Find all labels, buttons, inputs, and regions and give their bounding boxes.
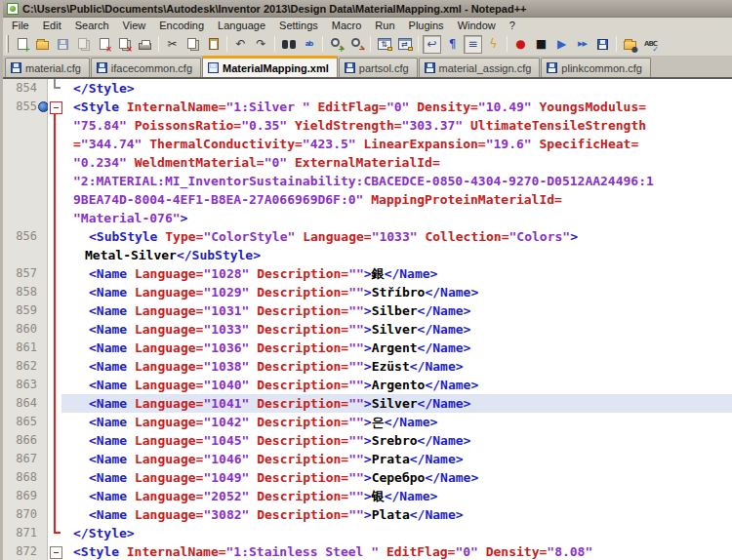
code-line-text[interactable]: <Name Language="1033" Description="">Sil… <box>61 320 732 339</box>
line-number-margin[interactable] <box>3 209 48 227</box>
code-line-text[interactable]: <Name Language="1040" Description="">Arg… <box>61 376 732 394</box>
record-macro-button[interactable]: ● <box>511 35 530 54</box>
line-number-margin[interactable]: 861 <box>3 339 48 357</box>
user-defined-dialog-button[interactable]: ϟ <box>484 35 503 54</box>
tab-partsol.cfg[interactable]: partsol.cfg <box>339 58 418 77</box>
code-line[interactable]: 855<Style InternalName="1:Silver " EditF… <box>3 98 732 116</box>
menu-item-encoding[interactable]: Encoding <box>152 19 211 32</box>
fold-collapse-box[interactable] <box>48 98 61 116</box>
sync-scroll-horizontal-button[interactable]: ⇄ <box>395 35 414 54</box>
tab-MaterialMapping.xml[interactable]: MaterialMapping.xml <box>202 56 338 77</box>
line-number-margin[interactable]: 871 <box>3 524 48 542</box>
code-line[interactable]: 861<Name Language="1036" Description="">… <box>3 339 732 357</box>
line-number-margin[interactable] <box>3 135 48 153</box>
code-line-text[interactable]: "75.84" PoissonsRatio="0.35" YieldStreng… <box>61 116 732 135</box>
line-number-margin[interactable]: 855 <box>3 98 48 116</box>
code-line[interactable]: 860<Name Language="1033" Description="">… <box>3 320 732 339</box>
indent-guide-button[interactable]: ≡ <box>464 35 482 54</box>
menu-item-file[interactable]: File <box>5 19 36 32</box>
fold-collapse-box[interactable] <box>48 542 61 560</box>
line-number-margin[interactable] <box>3 172 48 190</box>
tab-plinkcommon.cfg[interactable]: plinkcommon.cfg <box>541 58 651 77</box>
cut-button[interactable]: ✂ <box>163 35 182 54</box>
code-line[interactable]: 856<SubStyle Type="ColorStyle" Language=… <box>3 227 732 246</box>
menu-item-plugins[interactable]: Plugins <box>402 19 451 32</box>
zoom-out-button[interactable]: − <box>347 35 366 54</box>
code-line[interactable]: 868<Name Language="1049" Description="">… <box>3 468 732 487</box>
close-all-button[interactable]: × <box>115 35 134 54</box>
code-line-text[interactable]: <Name Language="1031" Description="">Sil… <box>61 301 732 320</box>
line-number-margin[interactable]: 869 <box>3 487 48 505</box>
menu-item-language[interactable]: Language <box>211 19 272 32</box>
title-bar[interactable]: C:\Users\Public\Documents\Autodesk\Inven… <box>3 0 732 18</box>
menu-item-search[interactable]: Search <box>68 19 116 32</box>
line-number-margin[interactable]: 872 <box>3 542 48 560</box>
line-number-margin[interactable] <box>3 116 48 135</box>
code-line-text[interactable]: <Name Language="1036" Description="">Arg… <box>61 339 732 357</box>
line-number-margin[interactable]: 865 <box>3 413 48 431</box>
save-file-button[interactable] <box>54 35 72 54</box>
tab-material.cfg[interactable]: material.cfg <box>5 58 90 77</box>
code-line-text[interactable]: </Style> <box>61 79 732 98</box>
code-line[interactable]: 864<Name Language="1041" Description="">… <box>3 394 732 413</box>
sync-scroll-vertical-button[interactable]: ⇅ <box>375 35 393 54</box>
tab-ifacecommon.cfg[interactable]: ifacecommon.cfg <box>91 58 201 77</box>
code-line-text[interactable]: "0.234" WeldmentMaterial="0" ExternalMat… <box>61 153 732 172</box>
stop-recording-button[interactable]: ■ <box>532 35 550 54</box>
save-all-button[interactable] <box>74 35 93 54</box>
line-number-margin[interactable]: 862 <box>3 357 48 376</box>
code-line-text[interactable]: <Name Language="1045" Description="">Sre… <box>61 431 732 450</box>
close-file-button[interactable]: × <box>95 35 113 54</box>
word-wrap-button[interactable]: ↩ <box>423 35 441 54</box>
code-line[interactable]: 872<Style InternalName="1:Stainless Stee… <box>3 542 732 560</box>
code-line[interactable]: "Material-076"> <box>3 209 732 227</box>
paste-button[interactable] <box>204 35 223 54</box>
line-number-margin[interactable]: 870 <box>3 505 48 524</box>
code-line-text[interactable]: <Name Language="2052" Description="">银</… <box>61 487 732 505</box>
code-line[interactable]: 871</Style> <box>3 524 732 542</box>
line-number-margin[interactable] <box>3 190 48 209</box>
code-line-text[interactable]: <Style InternalName="1:Stainless Steel "… <box>61 542 732 560</box>
playback-macro-button[interactable]: ▶ <box>552 35 571 54</box>
menu-item-run[interactable]: Run <box>368 19 401 32</box>
line-number-margin[interactable]: 864 <box>3 394 48 413</box>
code-line-text[interactable]: <Style InternalName="1:Silver " EditFlag… <box>61 98 732 116</box>
code-line[interactable]: 862<Name Language="1038" Description="">… <box>3 357 732 376</box>
line-number-margin[interactable] <box>3 246 48 264</box>
code-line-text[interactable]: <Name Language="1038" Description="">Ezü… <box>61 357 732 376</box>
menu-item-macro[interactable]: Macro <box>325 19 369 32</box>
code-line-text[interactable]: <Name Language="1042" Description="">은</… <box>61 413 732 431</box>
menu-item-view[interactable]: View <box>116 19 153 32</box>
undo-button[interactable]: ↶ <box>231 35 250 54</box>
line-number-margin[interactable]: 857 <box>3 264 48 283</box>
code-line[interactable]: 867<Name Language="1046" Description="">… <box>3 450 732 468</box>
code-line-text[interactable]: "2:MATERIAL:MI_InventorSustainability:CB… <box>61 172 732 190</box>
code-line[interactable]: 863<Name Language="1040" Description="">… <box>3 376 732 394</box>
code-line-text[interactable]: "Material-076"> <box>61 209 732 227</box>
line-number-margin[interactable]: 868 <box>3 468 48 487</box>
new-file-button[interactable]: + <box>13 35 31 54</box>
code-line-text[interactable]: <Name Language="1046" Description="">Pra… <box>61 450 732 468</box>
menu-item-?[interactable]: ? <box>503 19 522 32</box>
code-line-text[interactable]: <Name Language="1041" Description="">Sil… <box>61 394 732 413</box>
menu-item-settings[interactable]: Settings <box>272 19 325 32</box>
zoom-in-button[interactable]: + <box>327 35 346 54</box>
code-line[interactable]: 9BEA74D-8004-4EF1-B8EA-27A066969D6F:0" M… <box>3 190 732 209</box>
code-line-text[interactable]: <Name Language="1029" Description="">Stř… <box>61 283 732 301</box>
code-line-text[interactable]: <Name Language="3082" Description="">Pla… <box>61 505 732 524</box>
menu-item-window[interactable]: Window <box>451 19 503 32</box>
code-line[interactable]: 854</Style> <box>3 79 732 98</box>
line-number-margin[interactable] <box>3 153 48 172</box>
save-recorded-macro-button[interactable] <box>593 35 612 54</box>
spell-check-button[interactable]: ABC✓ <box>641 35 660 54</box>
code-line-text[interactable]: 9BEA74D-8004-4EF1-B8EA-27A066969D6F:0" M… <box>61 190 732 209</box>
code-line-text[interactable]: <SubStyle Type="ColorStyle" Language="10… <box>61 227 732 246</box>
code-line[interactable]: "0.234" WeldmentMaterial="0" ExternalMat… <box>3 153 732 172</box>
code-line[interactable]: 870<Name Language="3082" Description="">… <box>3 505 732 524</box>
line-number-margin[interactable]: 863 <box>3 376 48 394</box>
document-monitor-button[interactable]: ● <box>621 35 639 54</box>
line-number-margin[interactable]: 858 <box>3 283 48 301</box>
code-line[interactable]: 857<Name Language="1028" Description="">… <box>3 264 732 283</box>
code-line-text[interactable]: </Style> <box>61 524 732 542</box>
code-line[interactable]: 859<Name Language="1031" Description="">… <box>3 301 732 320</box>
